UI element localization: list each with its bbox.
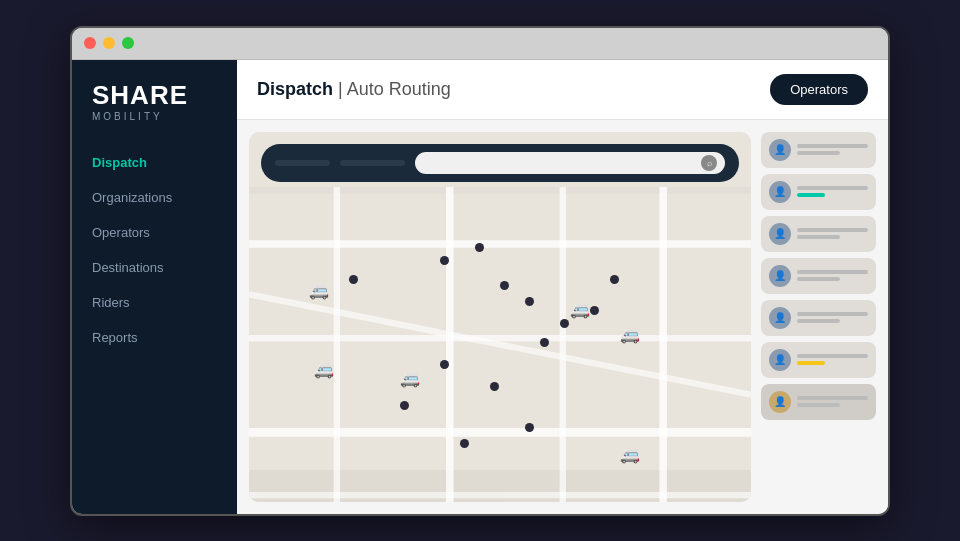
rider-card[interactable]: 👤 [761,258,876,294]
search-pill-2 [340,160,405,166]
vehicle-icon: 🚐 [570,300,590,319]
page-title-separator: | [333,79,347,99]
map-dot [610,275,619,284]
logo-area: SHARE Mobility [72,80,237,146]
rider-info [797,312,868,323]
vehicle-icon: 🚐 [314,360,334,379]
sidebar-item-riders[interactable]: Riders [72,286,237,319]
minimize-button[interactable] [103,37,115,49]
rider-card-highlighted[interactable]: 👤 [761,384,876,420]
map-pins-layer: 🚐 🚐 🚐 🚐 🚐 🚐 [249,187,751,502]
rider-status-line [797,403,840,407]
sidebar-item-reports[interactable]: Reports [72,321,237,354]
operators-button[interactable]: Operators [770,74,868,105]
logo-mobility: Mobility [92,111,217,122]
vehicle-icon: 🚐 [400,369,420,388]
rider-status-line [797,193,825,197]
rider-info [797,228,868,239]
rider-info [797,354,868,365]
map-dot [560,319,569,328]
rider-name-line [797,228,868,232]
page-title-light: Auto Routing [347,79,451,99]
rider-info [797,144,868,155]
rider-card[interactable]: 👤 [761,216,876,252]
top-header: Dispatch | Auto Routing Operators [237,60,888,120]
map-dot [590,306,599,315]
page-title: Dispatch | Auto Routing [257,79,451,100]
map-dot [525,423,534,432]
map-dot [400,401,409,410]
rider-avatar: 👤 [769,223,791,245]
map-dot [440,256,449,265]
map-container: ⌕ [249,132,751,502]
rider-name-line [797,144,868,148]
rider-avatar: 👤 [769,349,791,371]
sidebar-item-dispatch[interactable]: Dispatch [72,146,237,179]
rider-name-line [797,312,868,316]
rider-status-line [797,361,825,365]
right-panel: 👤 👤 👤 [761,132,876,502]
search-icon: ⌕ [701,155,717,171]
search-bar[interactable]: ⌕ [261,144,739,182]
sidebar-item-operators[interactable]: Operators [72,216,237,249]
rider-card[interactable]: 👤 [761,132,876,168]
map-dot [349,275,358,284]
rider-status-line [797,319,840,323]
map-dot [525,297,534,306]
map-dot [460,439,469,448]
maximize-button[interactable] [122,37,134,49]
rider-name-line [797,354,868,358]
sidebar-item-organizations[interactable]: Organizations [72,181,237,214]
browser-window: SHARE Mobility Dispatch Organizations Op… [70,26,890,516]
map-dot [475,243,484,252]
rider-status-line [797,151,840,155]
app-body: SHARE Mobility Dispatch Organizations Op… [72,60,888,514]
rider-avatar: 👤 [769,181,791,203]
main-content: Dispatch | Auto Routing Operators ⌕ [237,60,888,514]
vehicle-icon: 🚐 [620,325,640,344]
rider-info [797,186,868,197]
sidebar-nav: Dispatch Organizations Operators Destina… [72,146,237,354]
map-dot [440,360,449,369]
map-dot [490,382,499,391]
rider-name-line [797,270,868,274]
map-dot [500,281,509,290]
rider-avatar: 👤 [769,391,791,413]
browser-titlebar [72,28,888,60]
rider-info [797,396,868,407]
sidebar-item-destinations[interactable]: Destinations [72,251,237,284]
vehicle-icon: 🚐 [620,445,640,464]
page-title-bold: Dispatch [257,79,333,99]
rider-name-line [797,396,868,400]
rider-card[interactable]: 👤 [761,342,876,378]
rider-avatar: 👤 [769,265,791,287]
logo-share: SHARE [92,80,217,111]
map-dot [540,338,549,347]
close-button[interactable] [84,37,96,49]
rider-info [797,270,868,281]
rider-avatar: 👤 [769,139,791,161]
sidebar: SHARE Mobility Dispatch Organizations Op… [72,60,237,514]
rider-card[interactable]: 👤 [761,300,876,336]
rider-card[interactable]: 👤 [761,174,876,210]
rider-status-line [797,235,840,239]
vehicle-icon: 🚐 [309,281,329,300]
rider-name-line [797,186,868,190]
content-area: ⌕ [237,120,888,514]
rider-avatar: 👤 [769,307,791,329]
rider-status-line [797,277,840,281]
search-input-area[interactable]: ⌕ [415,152,725,174]
search-pill-1 [275,160,330,166]
